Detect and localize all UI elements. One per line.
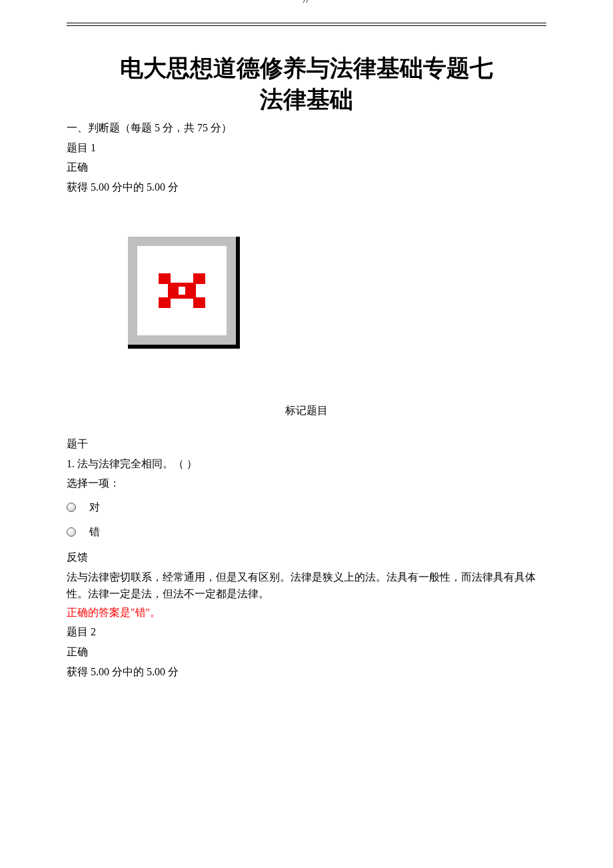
header-mark: //: [67, 0, 546, 8]
question-2-number: 题目 2: [67, 623, 546, 641]
page: // 电大思想道德修养与法律基础专题七 法律基础 一、判断题（每题 5 分，共 …: [0, 0, 613, 868]
correct-answer: 正确的答案是"错"。: [67, 604, 546, 621]
question-2-status: 正确: [67, 643, 546, 661]
option-true-label: 对: [89, 499, 100, 516]
broken-image-icon: [159, 273, 205, 308]
header-rule-1: [67, 23, 546, 23]
feedback-text: 法与法律密切联系，经常通用，但是又有区别。法律是狭义上的法。法具有一般性，而法律…: [67, 569, 546, 603]
svg-rect-4: [193, 297, 205, 308]
svg-rect-1: [193, 273, 205, 284]
svg-rect-3: [159, 297, 171, 308]
option-false-label: 错: [89, 523, 100, 541]
svg-rect-0: [159, 273, 171, 284]
question-1-number: 题目 1: [67, 139, 546, 157]
question-2-score: 获得 5.00 分中的 5.00 分: [67, 663, 546, 681]
question-1-stem: 1. 法与法律完全相同。（ ）: [67, 455, 546, 473]
option-false-row[interactable]: 错: [67, 523, 546, 541]
svg-rect-5: [179, 287, 185, 295]
option-true-row[interactable]: 对: [67, 499, 546, 516]
radio-icon[interactable]: [67, 527, 76, 537]
placeholder-image: [128, 237, 546, 349]
feedback-label: 反馈: [67, 549, 546, 566]
radio-icon[interactable]: [67, 503, 76, 512]
section-heading: 一、判断题（每题 5 分，共 75 分）: [67, 119, 546, 137]
choose-label: 选择一项：: [67, 475, 546, 492]
question-1-status: 正确: [67, 159, 546, 176]
stem-label: 题干: [67, 435, 546, 453]
flag-question-label[interactable]: 标记题目: [67, 402, 546, 419]
question-1-score: 获得 5.00 分中的 5.00 分: [67, 179, 546, 196]
document-title-line1: 电大思想道德修养与法律基础专题七: [67, 53, 546, 84]
document-title-line2: 法律基础: [67, 84, 546, 115]
header-rule-2: [67, 25, 546, 26]
